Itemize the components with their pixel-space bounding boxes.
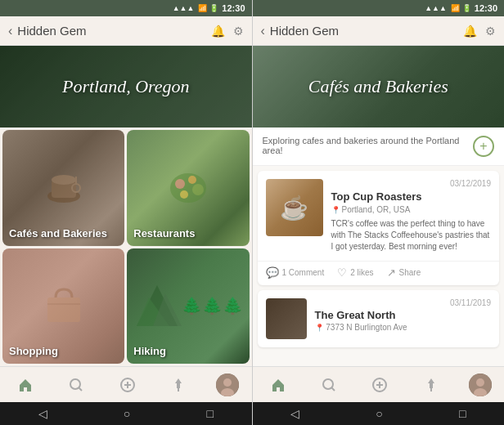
home-icon <box>17 377 34 393</box>
shopping-decoration <box>39 281 88 330</box>
like-action[interactable]: ♡ 2 likes <box>337 266 373 279</box>
share-label: Share <box>399 268 421 277</box>
comment-count: 1 Comment <box>282 268 325 277</box>
share-action[interactable]: ↗ Share <box>387 266 421 279</box>
nav-avatar-right[interactable] <box>469 374 492 396</box>
android-back-right[interactable]: ◁ <box>290 407 299 420</box>
nav-add-right[interactable] <box>367 372 393 398</box>
nav-pin-right[interactable] <box>418 372 444 398</box>
post-location-1: 📍 Portland, OR, USA <box>331 205 492 214</box>
android-home-left[interactable]: ○ <box>124 407 130 420</box>
hero-bg-left: Portland, Oregon <box>0 46 252 128</box>
shopping-label: Shopping <box>9 345 58 357</box>
status-icons-right: ▲▲▲ 📶 🔋 <box>425 4 471 12</box>
status-time-right: 12:30 <box>475 3 497 13</box>
post-card-2[interactable]: 03/11/2019 The Great North 📍 7373 N Burl… <box>258 290 500 347</box>
svg-point-7 <box>188 176 196 184</box>
app-header-right: ‹ Hidden Gem 🔔 ⚙ <box>253 16 505 46</box>
pin-icon-1: 📍 <box>331 206 340 214</box>
category-hiking[interactable]: Hiking <box>127 248 249 365</box>
nav-home-left[interactable] <box>12 372 38 398</box>
restaurants-decoration <box>164 163 213 212</box>
category-restaurants[interactable]: Restaurants <box>127 130 249 246</box>
bottom-nav-right <box>253 366 505 402</box>
add-icon: + <box>479 139 487 154</box>
post-card-1-header: 03/12/2019 Top Cup Roasters 📍 Portland, … <box>258 171 500 261</box>
home-icon-right <box>270 377 286 393</box>
post-date-2: 03/11/2019 <box>315 298 492 307</box>
avatar-icon <box>216 374 239 396</box>
bell-icon-right[interactable]: 🔔 <box>463 25 477 38</box>
post-thumbnail-1 <box>266 179 323 236</box>
android-recents-left[interactable]: □ <box>206 407 213 420</box>
hero-banner-left: Portland, Oregon <box>0 46 252 128</box>
app-title-right: Hidden Gem <box>270 24 463 38</box>
coffee-image <box>266 179 323 236</box>
search-icon-right <box>321 377 337 393</box>
post-date-1: 03/12/2019 <box>331 179 492 188</box>
app-header-left: ‹ Hidden Gem 🔔 ⚙ <box>0 16 252 46</box>
right-phone: ▲▲▲ 📶 🔋 12:30 ‹ Hidden Gem 🔔 ⚙ Cafés and… <box>253 0 505 425</box>
nav-avatar-left[interactable] <box>216 374 239 396</box>
status-bar-left: ▲▲▲ 📶 🔋 12:30 <box>0 0 252 16</box>
search-icon <box>68 377 84 393</box>
android-nav-left: ◁ ○ □ <box>0 402 252 425</box>
post-body-1: TCR's coffee was the perfect thing to ha… <box>331 218 492 253</box>
post-card-1[interactable]: 03/12/2019 Top Cup Roasters 📍 Portland, … <box>258 171 500 285</box>
add-post-button[interactable]: + <box>473 136 494 157</box>
restaurants-label: Restaurants <box>133 227 195 239</box>
android-recents-right[interactable]: □ <box>459 407 466 420</box>
post-location-text-2: 7373 N Burlington Ave <box>326 323 407 332</box>
detail-intro: Exploring cafes and bakeries around the … <box>253 128 505 166</box>
like-count: 2 likes <box>350 268 373 277</box>
back-button-right[interactable]: ‹ <box>261 24 265 38</box>
add-icon <box>119 377 136 393</box>
nav-search-right[interactable] <box>316 372 342 398</box>
category-cafes[interactable]: Cafés and Bakeries <box>2 130 124 246</box>
bell-icon-left[interactable]: 🔔 <box>211 25 225 38</box>
post-title-2: The Great North <box>315 309 492 321</box>
nav-add-left[interactable] <box>115 372 141 398</box>
intro-text: Exploring cafes and bakeries around the … <box>263 136 467 155</box>
hero-text-left: Portland, Oregon <box>62 76 190 97</box>
pin-icon-right <box>423 377 439 393</box>
nav-pin-left[interactable] <box>165 372 191 398</box>
svg-point-31 <box>476 378 484 387</box>
hiking-decoration <box>133 281 182 330</box>
android-home-right[interactable]: ○ <box>376 407 382 420</box>
detail-hero-text: Cafés and Bakeries <box>308 76 448 97</box>
post-actions-1: 💬 1 Comment ♡ 2 likes ↗ Share <box>258 261 500 285</box>
status-time-left: 12:30 <box>222 3 245 13</box>
post-info-2: 03/11/2019 The Great North 📍 7373 N Burl… <box>315 298 492 339</box>
hiking-label: Hiking <box>133 345 166 357</box>
post-info-1: 03/12/2019 Top Cup Roasters 📍 Portland, … <box>331 179 492 253</box>
back-button-left[interactable]: ‹ <box>8 24 12 38</box>
settings-icon-right[interactable]: ⚙ <box>485 25 496 38</box>
nav-home-right[interactable] <box>265 372 291 398</box>
pin-icon <box>170 377 187 393</box>
cafes-decoration <box>39 163 88 212</box>
add-icon-right <box>371 377 388 393</box>
post-location-2: 📍 7373 N Burlington Ave <box>315 323 492 332</box>
comment-action[interactable]: 💬 1 Comment <box>266 266 325 279</box>
svg-line-16 <box>79 387 82 391</box>
settings-icon-left[interactable]: ⚙ <box>233 25 244 38</box>
svg-point-22 <box>223 378 232 387</box>
share-icon: ↗ <box>387 266 396 279</box>
post-location-text-1: Portland, OR, USA <box>342 205 411 214</box>
category-shopping[interactable]: Shopping <box>2 248 124 365</box>
detail-content[interactable]: Exploring cafes and bakeries around the … <box>253 128 505 366</box>
cafes-label: Cafés and Bakeries <box>9 227 107 239</box>
header-icons-right: 🔔 ⚙ <box>463 25 496 38</box>
svg-point-9 <box>180 190 188 199</box>
nav-search-left[interactable] <box>63 372 89 398</box>
post-title-1: Top Cup Roasters <box>331 190 492 203</box>
android-back-left[interactable]: ◁ <box>38 407 47 420</box>
avatar-icon-right <box>469 374 492 396</box>
app-title-left: Hidden Gem <box>17 24 210 38</box>
status-bar-right: ▲▲▲ 📶 🔋 12:30 <box>253 0 505 16</box>
svg-point-6 <box>175 179 185 189</box>
pin-icon-2: 📍 <box>315 324 324 332</box>
like-icon: ♡ <box>337 266 347 279</box>
status-icons: ▲▲▲ 📶 🔋 <box>173 4 219 12</box>
